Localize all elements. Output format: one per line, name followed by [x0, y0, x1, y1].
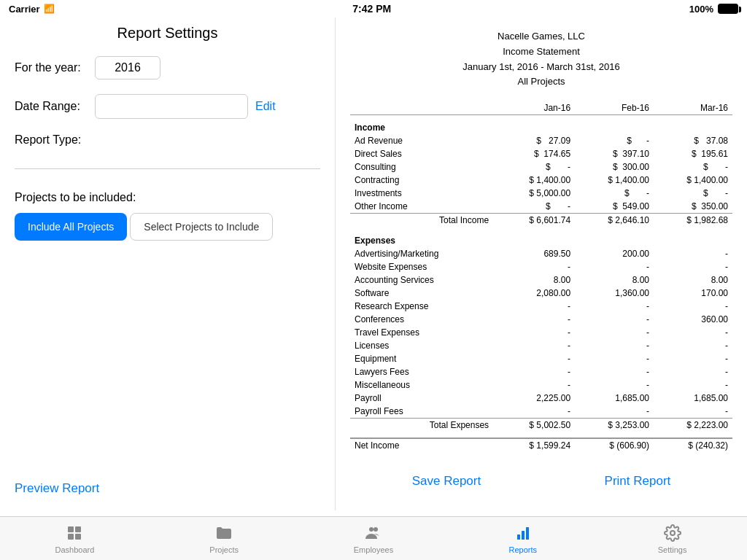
battery-fill [719, 4, 738, 13]
carrier-label: Carrier [9, 4, 40, 15]
report-header: Nacelle Games, LLC Income Statement Janu… [350, 29, 732, 90]
net-income-feb: $ (606.90) [575, 438, 654, 452]
tab-employees[interactable]: Employees [299, 523, 449, 554]
projects-buttons: Include All Projects Select Projects to … [15, 213, 320, 241]
tab-settings[interactable]: Settings [597, 523, 747, 554]
software-jan: 2,080.00 [496, 287, 575, 300]
accounting-mar: 8.00 [654, 273, 732, 287]
settings-icon [662, 523, 683, 543]
payroll-mar: 1,685.00 [654, 392, 732, 405]
total-expenses-jan: $ 5,002.50 [496, 419, 575, 432]
consulting-feb: $ 300.00 [575, 160, 654, 174]
payroll-fees-jan: - [496, 405, 575, 419]
year-row: For the year: [15, 56, 320, 79]
status-right: 100% [689, 4, 738, 15]
main-container: Report Settings For the year: Date Range… [0, 18, 747, 510]
conferences-mar: 360.00 [654, 313, 732, 326]
travel-mar: - [654, 326, 732, 339]
research-label: Research Expense [350, 300, 496, 313]
projects-section: Projects to be included: Include All Pro… [15, 191, 320, 241]
report-type-divider [15, 168, 320, 169]
software-label: Software [350, 287, 496, 300]
projects-icon [214, 523, 234, 543]
date-range-label: Date Range: [15, 100, 95, 113]
lawyers-feb: - [575, 365, 654, 378]
col-header-label [350, 101, 496, 115]
lawyers-mar: - [654, 365, 732, 378]
preview-report-link[interactable]: Preview Report [15, 481, 99, 496]
direct-sales-mar: $ 195.61 [654, 147, 732, 160]
expenses-section-header: Expenses [350, 227, 732, 247]
investments-jan: $ 5,000.00 [496, 187, 575, 200]
net-income-spacer [350, 432, 732, 438]
investments-label: Investments [350, 187, 496, 200]
expense-row: Accounting Services8.008.008.00 [350, 273, 732, 287]
expense-row: Lawyers Fees--- [350, 365, 732, 378]
equipment-feb: - [575, 352, 654, 365]
date-range-input[interactable] [95, 94, 248, 119]
misc-label: Miscellaneous [350, 378, 496, 392]
dashboard-icon [64, 523, 85, 543]
company-name: Nacelle Games, LLC [350, 29, 732, 44]
payroll-feb: 1,685.00 [575, 392, 654, 405]
tab-employees-label: Employees [354, 545, 393, 554]
wifi-icon: 📶 [44, 4, 55, 14]
expense-row: Travel Expenses--- [350, 326, 732, 339]
tab-projects-label: Projects [209, 545, 239, 554]
col-header-jan: Jan-16 [496, 101, 575, 115]
reports-icon [513, 523, 533, 543]
year-input[interactable] [95, 56, 160, 79]
include-all-button[interactable]: Include All Projects [15, 213, 127, 241]
tab-dashboard[interactable]: Dashboard [0, 523, 150, 554]
contracting-label: Contracting [350, 174, 496, 187]
payroll-label: Payroll [350, 392, 496, 405]
projects-label: Projects to be included: [15, 191, 320, 204]
misc-jan: - [496, 378, 575, 392]
expense-row: Payroll Fees--- [350, 405, 732, 419]
year-label: For the year: [15, 61, 95, 74]
income-section-header: Income [350, 115, 732, 135]
battery-icon [718, 4, 738, 14]
other-income-jan: $ - [496, 200, 575, 214]
net-income-mar: $ (240.32) [654, 438, 732, 452]
expense-row: Advertising/Marketing689.50200.00- [350, 247, 732, 260]
equipment-mar: - [654, 352, 732, 365]
svg-point-4 [369, 527, 374, 532]
expense-row: Equipment--- [350, 352, 732, 365]
ad-revenue-mar: $ 37.08 [654, 134, 732, 147]
ad-revenue-feb: $ - [575, 134, 654, 147]
travel-feb: - [575, 326, 654, 339]
edit-link[interactable]: Edit [255, 100, 276, 113]
travel-label: Travel Expenses [350, 326, 496, 339]
lawyers-label: Lawyers Fees [350, 365, 496, 378]
advertising-mar: - [654, 247, 732, 260]
select-projects-button[interactable]: Select Projects to Include [130, 213, 273, 241]
time-label: 7:42 PM [352, 3, 391, 15]
total-income-feb: $ 2,646.10 [575, 214, 654, 228]
equipment-label: Equipment [350, 352, 496, 365]
svg-point-9 [670, 531, 675, 535]
advertising-feb: 200.00 [575, 247, 654, 260]
research-feb: - [575, 300, 654, 313]
report-type-heading: Income Statement [350, 44, 732, 60]
website-label: Website Expenses [350, 260, 496, 273]
svg-rect-1 [75, 526, 81, 532]
direct-sales-label: Direct Sales [350, 147, 496, 160]
conferences-feb: - [575, 313, 654, 326]
print-report-link[interactable]: Print Report [605, 474, 671, 489]
expense-row: Miscellaneous--- [350, 378, 732, 392]
payroll-fees-feb: - [575, 405, 654, 419]
consulting-label: Consulting [350, 160, 496, 174]
research-mar: - [654, 300, 732, 313]
misc-mar: - [654, 378, 732, 392]
save-report-link[interactable]: Save Report [412, 474, 481, 489]
tab-projects[interactable]: Projects [150, 523, 299, 554]
tab-reports[interactable]: Reports [448, 523, 597, 554]
report-type-label: Report Type: [15, 133, 320, 147]
report-action-buttons: Save Report Print Report [350, 474, 732, 489]
research-jan: - [496, 300, 575, 313]
svg-rect-0 [68, 526, 74, 532]
total-income-label: Total Income [350, 214, 496, 228]
col-header-feb: Feb-16 [575, 101, 654, 115]
advertising-jan: 689.50 [496, 247, 575, 260]
